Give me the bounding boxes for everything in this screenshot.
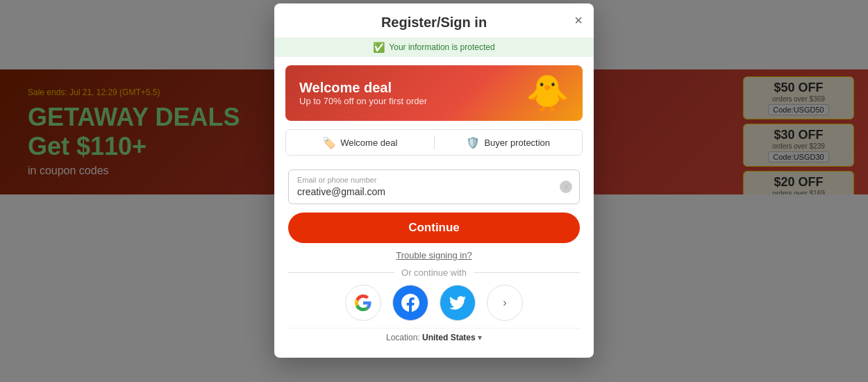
- welcome-deal-feature: 🏷️ Welcome deal: [286, 136, 434, 149]
- clear-input-button[interactable]: ✕: [560, 181, 572, 193]
- email-input-group: Email or phone number ✕: [288, 169, 580, 204]
- location-label: Location:: [386, 333, 420, 342]
- or-continue-text: Or continue with: [401, 267, 467, 278]
- email-input[interactable]: [297, 186, 571, 197]
- twitter-icon: [449, 294, 466, 311]
- welcome-deal-banner: Welcome deal Up to 70% off on your first…: [285, 65, 583, 121]
- modal-body: Email or phone number ✕ Continue Trouble…: [274, 161, 594, 358]
- close-button[interactable]: ×: [574, 13, 583, 27]
- features-row: 🏷️ Welcome deal 🛡️ Buyer protection: [285, 129, 583, 156]
- facebook-login-button[interactable]: [392, 285, 428, 321]
- feature1-label: Welcome deal: [340, 138, 397, 148]
- welcome-deal-sub: Up to 70% off on your first order: [299, 96, 427, 106]
- facebook-icon: [401, 294, 419, 312]
- tag-icon: 🏷️: [322, 136, 336, 149]
- google-login-button[interactable]: [345, 285, 381, 321]
- protection-banner: ✅ Your information is protected: [274, 38, 594, 57]
- feature2-label: Buyer protection: [484, 138, 550, 148]
- modal-title: Register/Sign in: [381, 15, 487, 30]
- buyer-protection-feature: 🛡️ Buyer protection: [435, 136, 583, 149]
- mascot-image: 🐥: [526, 73, 569, 113]
- welcome-deal-title: Welcome deal: [299, 80, 427, 96]
- or-divider: Or continue with: [288, 267, 580, 278]
- welcome-text-block: Welcome deal Up to 70% off on your first…: [299, 80, 427, 106]
- location-value: United States: [422, 333, 476, 342]
- chevron-right-icon: ›: [503, 297, 506, 309]
- shield-check-icon: ✅: [373, 42, 385, 53]
- twitter-login-button[interactable]: [440, 285, 476, 321]
- trouble-signing-link[interactable]: Trouble signing in?: [288, 250, 580, 260]
- email-label: Email or phone number: [297, 176, 571, 184]
- modal-header: Register/Sign in ×: [274, 3, 594, 38]
- register-signin-modal: Register/Sign in × ✅ Your information is…: [274, 3, 594, 358]
- protection-text: Your information is protected: [389, 42, 494, 52]
- location-row: Location: United States ▾: [288, 328, 580, 349]
- google-icon: [355, 294, 372, 311]
- shield-icon: 🛡️: [466, 136, 480, 149]
- location-chevron-icon[interactable]: ▾: [478, 333, 482, 342]
- continue-button[interactable]: Continue: [288, 213, 580, 243]
- more-social-button[interactable]: ›: [487, 285, 523, 321]
- social-login-row: ›: [288, 285, 580, 321]
